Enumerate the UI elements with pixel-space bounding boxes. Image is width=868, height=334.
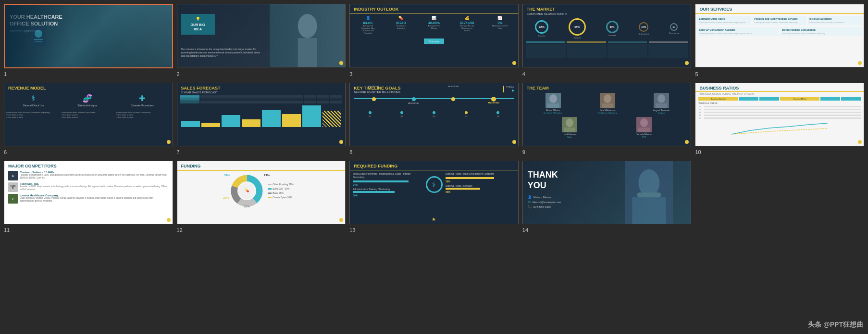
member-1-role: Co-Owner / President — [544, 112, 562, 114]
slide-13-content: REQUIRED FUNDING Initial Lease Payments … — [350, 161, 518, 224]
slide-7-content: SALES FORECAST 3 YEAR SALES FORECAST — [177, 83, 346, 146]
slide-12-title: FUNDING — [181, 164, 201, 168]
svg-rect-20 — [638, 128, 650, 132]
slide-3-content: INDUSTRY OUTLOOK 👤 64.4% Average US Popu… — [350, 4, 518, 67]
bar-6 — [282, 114, 301, 127]
slide-8[interactable]: KEY TIMELINE GOALS SECOND QUARTER MILEST… — [349, 83, 519, 146]
category-1: General Check Use — [23, 104, 44, 107]
slide-3-button: Success — [429, 40, 440, 43]
competitor-3-desc: Chain company. Multiple Clinics. Positiv… — [20, 197, 169, 203]
funding-legend-2: $200,000 - 39% — [273, 187, 289, 190]
slide-6-number: 6 — [4, 149, 7, 155]
stat-4-value: $175,000 — [459, 21, 475, 25]
slide-9-number: 9 — [522, 149, 525, 155]
slide-13-outer: REQUIRED FUNDING Initial Lease Payments … — [349, 161, 519, 224]
service-3: In-House Specialist — [809, 17, 860, 20]
svg-point-4 — [298, 14, 317, 38]
stat-2-label: Healthcare Spending — [393, 25, 409, 29]
slide-12-content: FUNDING — [177, 161, 346, 224]
stat-3-label: Average Profit Margin — [425, 25, 442, 29]
member-5-role: CFO — [636, 136, 652, 138]
slide-5-outer: OUR SERVICES Extended Office Hours Lorem… — [695, 4, 864, 68]
svg-point-1 — [35, 30, 42, 38]
stat-1-value: 64.4% — [360, 21, 376, 25]
slide-4[interactable]: THE MARKET CUSTOMER SEGMENTATION 22% Pat… — [522, 4, 692, 67]
slide-6-outer: REVENUE MODEL ⚕ General Check Use 🧬 Stat… — [4, 83, 173, 146]
bar-4 — [242, 119, 260, 127]
funding-item-1: Initial Lease Payments / Miscellaneous C… — [353, 172, 422, 179]
svg-rect-11 — [602, 103, 613, 108]
slide-3[interactable]: INDUSTRY OUTLOOK 👤 64.4% Average US Popu… — [349, 4, 519, 67]
svg-rect-17 — [564, 128, 575, 132]
slide-5[interactable]: OUR SERVICES Extended Office Hours Lorem… — [695, 4, 864, 67]
slide-10-number: 10 — [695, 149, 701, 155]
slide-2-outer: 💡 OUR BIG IDEA Our mission is to become … — [177, 4, 346, 68]
category-2: Statistical Analysis — [77, 104, 97, 107]
slide-14-number: 14 — [522, 227, 528, 233]
slide-7-subtitle: 3 YEAR SALES FORECAST — [177, 91, 346, 95]
svg-rect-8 — [547, 103, 559, 108]
slide-12[interactable]: FUNDING — [177, 161, 346, 224]
bar-3 — [222, 115, 240, 127]
bar-8 — [322, 111, 341, 127]
contact-name: Miriam Nilsson — [533, 196, 552, 199]
slide-2[interactable]: 💡 OUR BIG IDEA Our mission is to become … — [177, 4, 346, 67]
service-4: Calin GP Consultation Available — [699, 28, 777, 31]
slide-1[interactable]: YOUR HEALTHCARE OFFICE SOLUTION Investor… — [4, 4, 173, 68]
slide-8-number: 8 — [349, 149, 352, 155]
slide-9-outer: THE TEAM Miriam Nilsson Co-Owner / Presi… — [522, 83, 692, 146]
bar-7 — [302, 105, 321, 127]
funding-item-3: Start Up Team / Staff Development / Soft… — [446, 172, 515, 176]
slide-8-subtitle: SECOND QUARTER MILESTONES — [354, 90, 400, 93]
service-2: Pediatric and Family Medical Services — [754, 17, 805, 20]
contact-phone: 678-555-0100 — [533, 206, 551, 208]
svg-point-7 — [549, 94, 557, 103]
slide-14[interactable]: THANK YOU 👤 Miriam Nilsson ✉ nilsson@exa… — [522, 161, 692, 224]
slide-13[interactable]: REQUIRED FUNDING Initial Lease Payments … — [349, 161, 519, 224]
slide-2-body: Our mission is to become the recognized … — [181, 48, 261, 58]
slide-9-content: THE TEAM Miriam Nilsson Co-Owner / Presi… — [523, 83, 691, 146]
slide-10[interactable]: BUSINESS RATIOS BUSINESS RATIOS DURING T… — [695, 83, 864, 146]
stat-2-value: $124B — [393, 21, 409, 25]
slide-7-number: 7 — [177, 149, 180, 155]
competitor-1-desc: Founded in Rochester in 2000. Main busin… — [20, 174, 169, 180]
svg-point-16 — [566, 118, 573, 127]
slide-11-outer: MAJOR COMPETITORS C Contoso Suites – 15 … — [4, 161, 173, 224]
member-4-role: Sales — [562, 136, 577, 138]
slide-11-title: MAJOR COMPETITORS — [8, 164, 57, 168]
slide-9[interactable]: THE TEAM Miriam Nilsson Co-Owner / Presi… — [522, 83, 692, 146]
slide-11[interactable]: MAJOR COMPETITORS C Contoso Suites – 15 … — [4, 161, 173, 224]
slide-10-subtitle: BUSINESS RATIOS DURING THE PAST 3 YEARS — [695, 92, 864, 97]
slide-6-content: REVENUE MODEL ⚕ General Check Use 🧬 Stat… — [4, 83, 173, 146]
slide-7-title: SALES FORECAST — [181, 86, 221, 90]
competitor-1: C Contoso Suites – 15 Mills Founded in R… — [4, 170, 173, 181]
svg-point-19 — [640, 118, 648, 127]
funding-legend-4: Corner Bytes 20% — [273, 196, 292, 199]
slide-6[interactable]: REVENUE MODEL ⚕ General Check Use 🧬 Stat… — [4, 83, 173, 146]
funding-item-2: Administrative Training / Marketing — [353, 188, 422, 191]
competitor-3: ʟ Lamna Healthcare Company Chain company… — [4, 193, 173, 205]
stat-1-label: Average US Population Who Visit Their GP… — [360, 25, 376, 34]
bar-5 — [262, 110, 281, 127]
slide-3-title: INDUSTRY OUTLOOK — [354, 7, 398, 12]
slide-14-outer: THANK YOU 👤 Miriam Nilsson ✉ nilsson@exa… — [522, 161, 692, 224]
svg-point-13 — [657, 94, 665, 103]
category-3: Cosmetic Procedures — [131, 104, 154, 107]
slide-9-title: THE TEAM — [527, 86, 549, 90]
slide-12-outer: FUNDING — [177, 161, 346, 224]
stat-5-label: Market Growth Per Year — [492, 25, 508, 29]
slide-14-content: THANK YOU 👤 Miriam Nilsson ✉ nilsson@exa… — [523, 161, 691, 224]
contact-email: nilsson@example.com — [532, 201, 561, 204]
slide-8-outer: KEY TIMELINE GOALS SECOND QUARTER MILEST… — [349, 83, 519, 146]
member-3-role: Surgeon — [653, 112, 670, 114]
slide-11-number: 11 — [4, 227, 10, 233]
member-2-role: Co-Owner / Marketing — [598, 112, 617, 114]
slide-7[interactable]: SALES FORECAST 3 YEAR SALES FORECAST — [177, 83, 346, 146]
slide-3-number: 3 — [349, 71, 352, 77]
svg-rect-14 — [656, 103, 667, 108]
slide-4-title: THE MARKET — [527, 7, 555, 12]
funding-legend-1: Other Funding 21% — [273, 183, 293, 186]
slide-1-number: 1 — [4, 71, 7, 77]
bar-1 — [181, 121, 200, 128]
slide-1-content: YOUR HEALTHCARE OFFICE SOLUTION Investor… — [5, 5, 172, 67]
